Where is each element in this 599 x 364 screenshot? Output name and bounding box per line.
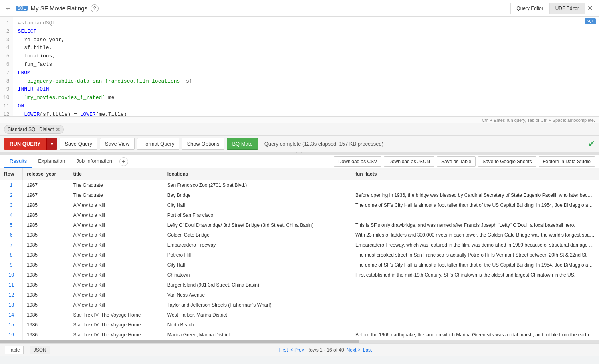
cell-fun-facts: The dome of SF's City Hall is almost a f… [351, 260, 599, 270]
table-row: 5 1985 A View to a Kill Lefty O' Doul Dr… [0, 220, 599, 230]
cell-fun-facts: Before opening in 1936, the bridge was b… [351, 190, 599, 200]
cell-fun-facts: Before the 1906 earthquake, the land on … [351, 330, 599, 340]
cell-fun-facts [351, 210, 599, 220]
cell-title: Star Trek IV: The Voyage Home [69, 320, 163, 330]
cell-row: 8 [0, 250, 23, 260]
pagination-next[interactable]: Next > [347, 347, 361, 353]
cell-year: 1985 [23, 230, 69, 240]
dialect-label: Standard SQL Dialect [8, 127, 54, 132]
cell-year: 1985 [23, 210, 69, 220]
success-icon: ✔ [588, 139, 595, 149]
sql-corner-badge: SQL [585, 18, 596, 24]
query-title: My SF Movie Ratings [31, 5, 88, 12]
save-table-button[interactable]: Save as Table [437, 156, 476, 167]
top-bar-left: ← SQL My SF Movie Ratings ? [4, 4, 99, 13]
pagination-last[interactable]: Last [363, 347, 372, 353]
cell-fun-facts [351, 290, 599, 300]
code-editor[interactable]: 123456 789101112 #standardSQL SELECT rel… [0, 17, 599, 117]
download-csv-button[interactable]: Download as CSV [334, 156, 381, 167]
bottom-tab-json[interactable]: JSON [30, 346, 50, 354]
cell-year: 1985 [23, 250, 69, 260]
cell-year: 1986 [23, 330, 69, 340]
cell-title: A View to a Kill [69, 300, 163, 310]
col-row: Row [0, 168, 23, 180]
cell-row: 10 [0, 270, 23, 280]
cell-year: 1985 [23, 240, 69, 250]
cell-title: A View to a Kill [69, 230, 163, 240]
cell-title: A View to a Kill [69, 220, 163, 230]
cell-row: 13 [0, 300, 23, 310]
tab-explanation[interactable]: Explanation [32, 155, 71, 168]
bq-mate-button[interactable]: BQ Mate [227, 138, 258, 150]
cell-location: West Harbor, Marina District [163, 310, 351, 320]
cell-fun-facts: The dome of SF's City Hall is almost a f… [351, 200, 599, 210]
cell-title: A View to a Kill [69, 290, 163, 300]
download-json-button[interactable]: Download as JSON [384, 156, 434, 167]
cell-location: City Hall [163, 200, 351, 210]
cell-year: 1967 [23, 190, 69, 200]
bottom-tab-table[interactable]: Table [5, 346, 24, 354]
scrollbar-thumb[interactable] [0, 340, 359, 343]
col-release-year: release_year [23, 168, 69, 180]
table-row: 2 1967 The Graduate Bay Bridge Before op… [0, 190, 599, 200]
cell-year: 1985 [23, 280, 69, 290]
cell-location: Marina Green, Marina District [163, 330, 351, 340]
cell-row: 7 [0, 240, 23, 250]
tab-results[interactable]: Results [4, 155, 32, 168]
explore-studio-button[interactable]: Explore in Data Studio [539, 156, 595, 167]
cell-row: 3 [0, 200, 23, 210]
table-row: 7 1985 A View to a Kill Embarcadero Free… [0, 240, 599, 250]
cell-title: The Graduate [69, 180, 163, 190]
cell-row: 16 [0, 330, 23, 340]
cell-fun-facts: This is SF's only drawbridge, and was na… [351, 220, 599, 230]
tab-job-information[interactable]: Job Information [71, 155, 118, 168]
pagination: First < Prev Rows 1 - 16 of 40 Next > La… [278, 347, 372, 353]
cell-location: North Beach [163, 320, 351, 330]
table-row: 16 1986 Star Trek IV: The Voyage Home Ma… [0, 330, 599, 340]
cell-title: The Graduate [69, 190, 163, 200]
back-button[interactable]: ← [4, 4, 13, 13]
pagination-first[interactable]: First [278, 347, 288, 353]
results-table-container[interactable]: Row release_year title locations fun_fac… [0, 168, 599, 340]
cell-title: A View to a Kill [69, 270, 163, 280]
tab-udf-editor[interactable]: UDF Editor [549, 3, 585, 14]
close-button[interactable]: ✕ [585, 4, 595, 12]
code-content[interactable]: #standardSQL SELECT release_year, sf.tit… [13, 17, 599, 117]
cell-row: 12 [0, 290, 23, 300]
table-body: 1 1967 The Graduate San Francisco Zoo (2… [0, 180, 599, 340]
run-query-dropdown[interactable]: ▼ [46, 138, 58, 150]
query-status: Query complete (12.3s elapsed, 157 KB pr… [264, 141, 585, 147]
dialect-close-button[interactable]: ✕ [56, 126, 60, 133]
show-options-button[interactable]: Show Options [182, 138, 224, 150]
table-row: 1 1967 The Graduate San Francisco Zoo (2… [0, 180, 599, 190]
cell-location: Chinatown [163, 270, 351, 280]
save-sheets-button[interactable]: Save to Google Sheets [478, 156, 536, 167]
table-row: 13 1985 A View to a Kill Taylor and Jeff… [0, 300, 599, 310]
format-query-button[interactable]: Format Query [137, 138, 179, 150]
tab-query-editor[interactable]: Query Editor [510, 3, 549, 14]
cell-row: 6 [0, 230, 23, 240]
col-fun-facts: fun_facts [351, 168, 599, 180]
cell-location: Bay Bridge [163, 190, 351, 200]
cell-title: Star Trek IV: The Voyage Home [69, 310, 163, 320]
dialect-bar: Standard SQL Dialect ✕ [0, 123, 599, 136]
results-table: Row release_year title locations fun_fac… [0, 168, 599, 340]
cell-location: Burger Island (901 3rd Street, China Bas… [163, 280, 351, 290]
cell-location: Embarcadero Freeway [163, 240, 351, 250]
cell-title: A View to a Kill [69, 250, 163, 260]
cell-title: A View to a Kill [69, 200, 163, 210]
cell-fun-facts: First established in the mid-19th Centur… [351, 270, 599, 280]
save-view-button[interactable]: Save View [100, 138, 135, 150]
cell-fun-facts [351, 300, 599, 310]
help-button[interactable]: ? [91, 4, 99, 12]
table-row: 8 1985 A View to a Kill Potrero Hill The… [0, 250, 599, 260]
horizontal-scrollbar[interactable] [0, 340, 599, 343]
cell-year: 1985 [23, 220, 69, 230]
add-tab-button[interactable]: + [119, 157, 128, 166]
pagination-info: Rows 1 - 16 of 40 [307, 347, 344, 353]
save-query-button[interactable]: Save Query [60, 138, 97, 150]
run-query-button[interactable]: RUN QUERY [4, 138, 46, 150]
cell-year: 1985 [23, 260, 69, 270]
hint-bar: Ctrl + Enter: run query, Tab or Ctrl + S… [0, 117, 599, 123]
pagination-prev[interactable]: < Prev [290, 347, 304, 353]
